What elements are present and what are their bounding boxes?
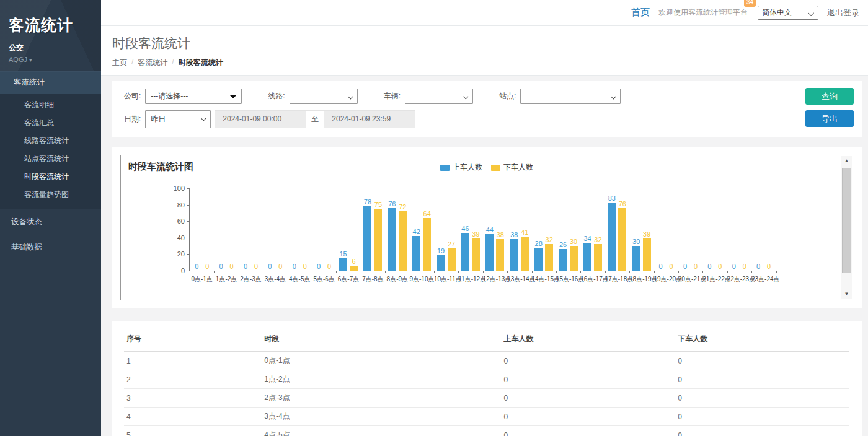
x-tick-label: 1点-2点 — [214, 275, 238, 284]
bar-wrap: 0 — [681, 263, 689, 271]
x-tick-mark — [629, 271, 630, 273]
table-row: 54点-5点00 — [124, 426, 849, 436]
x-tick-label: 18点-19点 — [629, 275, 653, 284]
bar-value-label: 38 — [497, 231, 504, 238]
bar-wrap: 27 — [448, 240, 456, 271]
bar — [472, 238, 480, 271]
bar-value-label: 19 — [437, 247, 445, 255]
x-tick-label: 5点-6点 — [312, 275, 336, 284]
station-select[interactable] — [520, 89, 621, 104]
bar-group: 00 — [751, 188, 776, 271]
bar-value-label: 0 — [707, 263, 711, 270]
legend-item[interactable]: 上车人数 — [440, 162, 482, 173]
bar-group: 00 — [678, 188, 702, 271]
export-button[interactable]: 导出 — [805, 110, 854, 127]
bar-wrap: 0 — [193, 263, 201, 271]
table-cell: 0 — [501, 352, 675, 370]
x-axis-labels: 0点-1点1点-2点2点-3点3点-4点4点-5点5点-6点6点-7点7点-8点… — [190, 275, 776, 284]
legend-item[interactable]: 下车人数 — [491, 162, 533, 173]
period-table: 序号时段上车人数下车人数 10点-1点0021点-2点0032点-3点0043点… — [124, 328, 849, 436]
x-tick-mark — [288, 271, 288, 273]
table-row: 21点-2点00 — [124, 370, 849, 389]
chart-box: 时段车流统计图 上车人数下车人数 00000000000015678757672… — [120, 155, 853, 300]
bar-value-label: 76 — [619, 200, 626, 207]
bar — [510, 239, 518, 271]
chart-scrollbar[interactable]: ▲ ▼ — [841, 156, 852, 299]
bar-wrap: 44 — [485, 226, 494, 271]
breadcrumb-home[interactable]: 主页 — [112, 58, 127, 68]
sidebar-item-station-stats[interactable]: 站点客流统计 — [0, 150, 101, 168]
vehicle-select[interactable] — [405, 89, 473, 104]
table-row: 32点-3点00 — [124, 389, 849, 408]
x-tick-mark — [434, 271, 435, 273]
scroll-down-icon[interactable]: ▼ — [841, 289, 852, 299]
line-filter: 线路: — [268, 89, 357, 104]
bar-value-label: 0 — [244, 263, 247, 270]
bar-value-label: 30 — [570, 238, 577, 245]
date-start-input[interactable]: 2024-01-09 00:00 — [215, 110, 306, 128]
bar-group: 7875 — [361, 188, 385, 271]
bar-wrap: 0 — [301, 263, 309, 271]
sidebar-item-base-data[interactable]: 基础数据 — [0, 235, 101, 259]
breadcrumb-passenger-stats[interactable]: 客流统计 — [138, 58, 167, 68]
query-button[interactable]: 查询 — [805, 88, 854, 105]
bar-value-label: 39 — [472, 230, 479, 238]
filter-buttons: 查询 导出 — [805, 88, 854, 127]
bar — [485, 234, 494, 271]
legend-swatch-icon — [491, 165, 500, 171]
sidebar-item-trend-chart[interactable]: 客流量趋势图 — [0, 186, 101, 204]
scrollbar-thumb[interactable] — [842, 168, 851, 273]
scroll-up-icon[interactable]: ▲ — [841, 156, 852, 166]
bar-group: 4264 — [410, 188, 434, 271]
table-body: 10点-1点0021点-2点0032点-3点0043点-4点0054点-5点00… — [124, 352, 849, 436]
sidebar: 客流统计 公交 AQGJ ▾ 客流统计 客流明细 客流汇总 线路客流统计 站点客… — [0, 0, 101, 436]
sidebar-item-passenger-summary[interactable]: 客流汇总 — [0, 114, 101, 132]
x-tick-label: 10点-11点 — [434, 275, 458, 284]
x-tick-label: 20点-21点 — [678, 275, 702, 284]
bar-value-label: 0 — [767, 263, 771, 270]
table-cell: 4点-5点 — [262, 426, 501, 436]
x-tick-mark — [678, 271, 679, 273]
table-cell: 2点-3点 — [262, 389, 501, 408]
bar-wrap: 32 — [545, 236, 553, 271]
table-header-cell: 时段 — [262, 328, 501, 352]
bar-value-label: 30 — [632, 238, 640, 245]
company-value: ---请选择--- — [151, 91, 188, 102]
bar-wrap: 0 — [765, 263, 773, 271]
y-tick-mark — [187, 221, 190, 222]
date-preset-select[interactable]: 昨日 — [145, 110, 211, 128]
x-tick-label: 22点-23点 — [727, 275, 751, 284]
bar — [399, 211, 407, 271]
bar-group: 00 — [214, 188, 238, 271]
logout-link[interactable]: 退出登录 — [827, 7, 859, 19]
x-tick-label: 11点-12点 — [458, 275, 482, 284]
sidebar-item-passenger-stats[interactable]: 客流统计 — [0, 71, 101, 94]
home-link[interactable]: 首页 — [631, 7, 650, 19]
bar — [545, 244, 553, 271]
date-end-input[interactable]: 2024-01-09 23:59 — [324, 110, 415, 128]
sidebar-item-passenger-detail[interactable]: 客流明细 — [0, 96, 101, 114]
bar — [570, 246, 578, 271]
x-tick-mark — [214, 271, 215, 273]
bar-group: 3039 — [629, 188, 653, 271]
bar-value-label: 0 — [268, 263, 272, 270]
language-select[interactable]: 简体中文 — [758, 6, 818, 20]
sidebar-item-device-status[interactable]: 设备状态 — [0, 210, 101, 234]
sidebar-item-line-stats[interactable]: 线路客流统计 — [0, 132, 101, 150]
bar-value-label: 32 — [546, 236, 553, 243]
bar-value-label: 0 — [756, 263, 760, 270]
x-tick-mark — [727, 271, 728, 273]
table-cell: 0 — [501, 370, 675, 389]
bar-group: 2630 — [556, 188, 580, 271]
x-tick-label: 16点-17点 — [580, 275, 604, 284]
user-dropdown[interactable]: AQGJ ▾ — [9, 56, 92, 63]
table-cell: 1 — [124, 352, 262, 370]
sidebar-item-period-stats[interactable]: 时段客流统计 — [0, 168, 101, 186]
bar-wrap: 6 — [350, 258, 358, 271]
line-select[interactable] — [290, 89, 358, 104]
bar-wrap: 26 — [559, 241, 567, 271]
company-select[interactable]: ---请选择--- — [145, 89, 242, 104]
bar-group: 3432 — [580, 188, 604, 271]
x-tick-label: 4点-5点 — [288, 275, 312, 284]
x-tick-mark — [556, 271, 557, 273]
